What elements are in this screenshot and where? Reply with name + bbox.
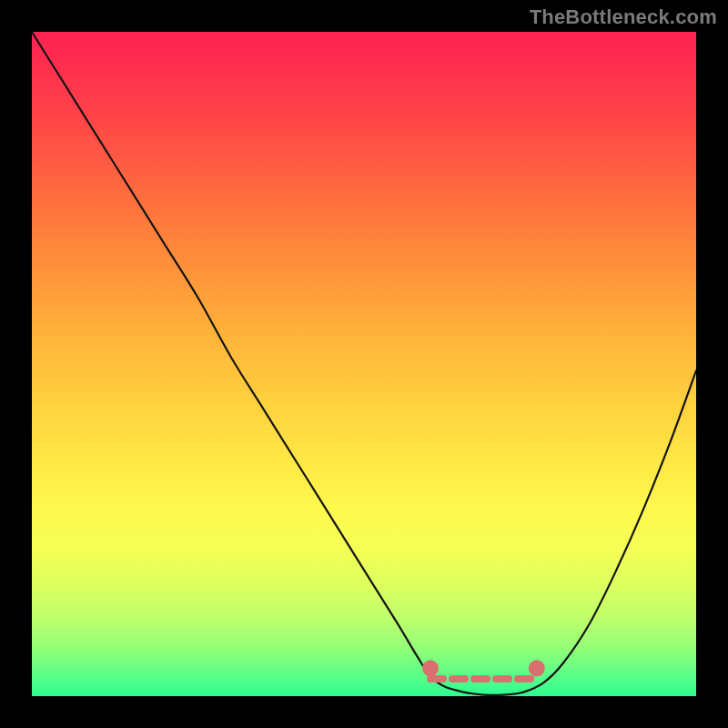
optimal-range-markers (426, 663, 541, 679)
svg-point-6 (532, 663, 541, 672)
bottleneck-curve (32, 32, 696, 695)
chart-plot-area (32, 32, 696, 696)
svg-point-5 (426, 663, 435, 672)
chart-overlay-svg (32, 32, 696, 696)
attribution-text: TheBottleneck.com (530, 5, 717, 29)
